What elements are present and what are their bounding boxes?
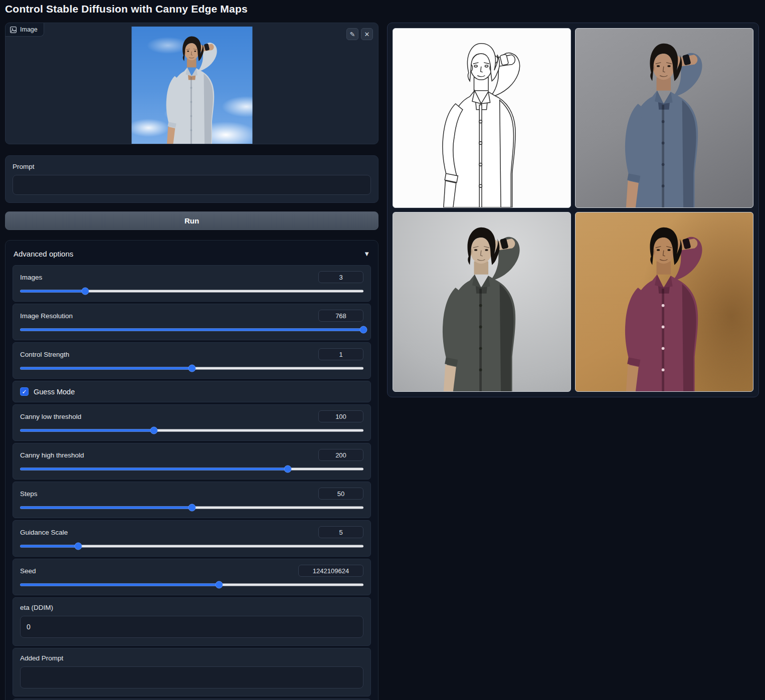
slider-label: Image Resolution — [20, 312, 73, 320]
slider-track[interactable] — [20, 465, 363, 473]
slider-track[interactable] — [20, 427, 363, 434]
slider-value-input[interactable] — [318, 488, 363, 500]
close-icon: ✕ — [364, 31, 370, 38]
eta-ddim-row: eta (DDIM) — [13, 597, 371, 646]
advanced-options-header[interactable]: Advanced options ▼ — [13, 247, 371, 265]
slider-handle[interactable] — [360, 326, 367, 334]
advanced-options-title: Advanced options — [14, 250, 73, 258]
gallery-item-generated-charcoal[interactable] — [393, 212, 571, 392]
slider-label: Steps — [20, 490, 38, 498]
advanced-options-accordion: Advanced options ▼ Images Image Resoluti… — [5, 240, 378, 700]
slider-track[interactable] — [20, 504, 363, 511]
gallery-item-generated-burgundy[interactable] — [575, 212, 753, 392]
slider-handle[interactable] — [82, 288, 89, 295]
image-label-text: Image — [20, 26, 38, 33]
check-icon: ✓ — [22, 388, 27, 395]
edit-image-button[interactable]: ✎ — [346, 28, 358, 40]
guess-mode-row: ✓ Guess Mode — [13, 381, 371, 402]
slider-value-input[interactable] — [318, 526, 363, 538]
slider-row-guidance-scale: Guidance Scale — [13, 520, 371, 557]
slider-track[interactable] — [20, 581, 363, 588]
slider-row-canny-low: Canny low threshold — [13, 404, 371, 441]
added-prompt-input[interactable] — [20, 666, 363, 688]
image-component-label: Image — [6, 23, 44, 37]
added-prompt-row: Added Prompt — [13, 648, 371, 696]
slider-handle[interactable] — [188, 504, 196, 512]
guess-mode-label: Guess Mode — [34, 388, 75, 396]
pencil-icon: ✎ — [350, 31, 355, 38]
prompt-label: Prompt — [13, 163, 371, 170]
slider-row-image-resolution: Image Resolution — [13, 304, 371, 340]
prompt-block: Prompt — [5, 155, 378, 203]
slider-track[interactable] — [20, 365, 363, 372]
slider-label: Canny low threshold — [20, 413, 81, 420]
slider-handle[interactable] — [75, 543, 82, 550]
guess-mode-checkbox[interactable]: ✓ — [20, 387, 29, 396]
input-image-block: Image ✎ ✕ — [5, 23, 378, 144]
slider-track[interactable] — [20, 543, 363, 550]
uploaded-image — [131, 27, 252, 144]
added-prompt-label: Added Prompt — [20, 654, 363, 662]
slider-value-input[interactable] — [318, 348, 363, 360]
slider-row-control-strength: Control Strength — [13, 342, 371, 379]
slider-handle[interactable] — [188, 365, 196, 372]
eta-ddim-input[interactable] — [20, 616, 363, 638]
app-page: Control Stable Diffusion with Canny Edge… — [0, 0, 765, 700]
slider-value-input[interactable] — [318, 310, 363, 322]
slider-row-seed: Seed — [13, 559, 371, 595]
slider-handle[interactable] — [216, 581, 223, 589]
slider-track[interactable] — [20, 288, 363, 295]
slider-value-input[interactable] — [318, 271, 363, 283]
slider-label: Control Strength — [20, 351, 69, 358]
chevron-down-icon: ▼ — [363, 250, 370, 258]
slider-handle[interactable] — [284, 465, 292, 473]
slider-row-canny-high: Canny high threshold — [13, 443, 371, 480]
slider-label: Seed — [20, 567, 36, 575]
slider-label: Canny high threshold — [20, 451, 84, 459]
gallery-item-canny-edge-map[interactable] — [393, 28, 571, 208]
slider-track[interactable] — [20, 326, 363, 333]
eta-ddim-label: eta (DDIM) — [20, 604, 363, 611]
prompt-input[interactable] — [13, 175, 371, 195]
slider-label: Images — [20, 274, 42, 281]
clear-image-button[interactable]: ✕ — [361, 28, 373, 40]
slider-row-steps: Steps — [13, 482, 371, 518]
page-title: Control Stable Diffusion with Canny Edge… — [5, 3, 759, 15]
slider-handle[interactable] — [150, 427, 158, 434]
image-icon — [10, 27, 17, 33]
slider-row-images: Images — [13, 265, 371, 302]
slider-label: Guidance Scale — [20, 529, 68, 536]
result-gallery — [387, 23, 759, 397]
gallery-item-generated-slate-blue[interactable] — [575, 28, 753, 208]
slider-value-input[interactable] — [318, 449, 363, 461]
slider-value-input[interactable] — [318, 410, 363, 422]
slider-value-input[interactable] — [298, 565, 363, 577]
run-button[interactable]: Run — [5, 211, 378, 230]
